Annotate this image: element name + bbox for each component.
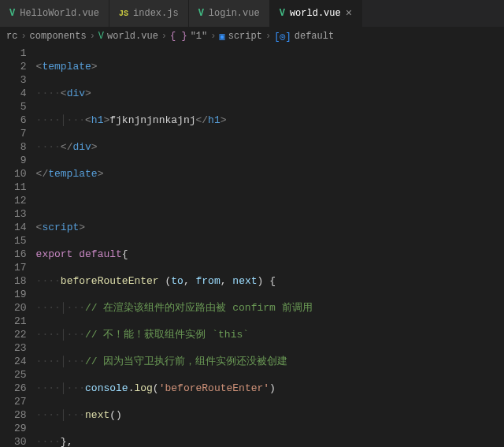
code-line: ····}, xyxy=(36,435,504,447)
line-number: 28 xyxy=(14,408,27,422)
bracket-icon: [◎] xyxy=(274,31,291,43)
chevron-right-icon: › xyxy=(20,31,26,42)
line-number: 2 xyxy=(14,60,27,73)
code-line: ····</div> xyxy=(36,140,504,154)
chevron-right-icon: › xyxy=(265,31,271,42)
line-number: 8 xyxy=(14,140,27,154)
vue-icon: V xyxy=(98,31,104,42)
code-line: <template> xyxy=(36,60,504,73)
vue-icon: V xyxy=(9,8,15,19)
line-number: 30 xyxy=(14,435,27,447)
line-number: 25 xyxy=(14,368,27,382)
code-line: ····│···// 在渲染该组件的对应路由被 confirm 前调用 xyxy=(36,301,504,315)
breadcrumb-seg: rc xyxy=(6,31,17,42)
breadcrumb-seg: "1" xyxy=(191,31,208,42)
code-editor[interactable]: 1 2 3 4 5 6 7 8 9 10 11 12 13 14 15 16 1… xyxy=(0,45,504,447)
line-number: 13 xyxy=(14,207,27,221)
line-number: 15 xyxy=(14,234,27,248)
line-number: 19 xyxy=(14,288,27,301)
line-number: 7 xyxy=(14,127,27,140)
js-icon: JS xyxy=(119,9,128,18)
line-number: 29 xyxy=(14,422,27,435)
code-line xyxy=(36,194,504,207)
line-number: 11 xyxy=(14,181,27,194)
tab-label: HelloWorld.vue xyxy=(20,8,99,19)
code-line: <script> xyxy=(36,221,504,234)
line-number: 27 xyxy=(14,395,27,408)
tab-indexjs[interactable]: JS index.js xyxy=(109,0,189,27)
line-number: 24 xyxy=(14,355,27,368)
line-number: 22 xyxy=(14,328,27,341)
line-number: 12 xyxy=(14,194,27,207)
close-icon[interactable]: × xyxy=(346,7,352,20)
code-line: export default{ xyxy=(36,248,504,261)
code-area[interactable]: <template> ····<div> ····│···<h1>fjknjnj… xyxy=(36,45,504,447)
line-number: 21 xyxy=(14,315,27,328)
line-gutter: 1 2 3 4 5 6 7 8 9 10 11 12 13 14 15 16 1… xyxy=(0,45,36,447)
code-line: ····│···<h1>fjknjnjnnkajnj</h1> xyxy=(36,114,504,127)
line-number: 23 xyxy=(14,341,27,355)
breadcrumb[interactable]: rc › components › V world.vue › { } "1" … xyxy=(0,28,504,45)
chevron-right-icon: › xyxy=(210,31,216,42)
line-number: 10 xyxy=(14,167,27,181)
box-icon: ▣ xyxy=(219,31,224,43)
line-number: 20 xyxy=(14,301,27,315)
code-line: </template> xyxy=(36,167,504,181)
line-number: 16 xyxy=(14,248,27,261)
tab-login[interactable]: V login.vue xyxy=(189,0,270,27)
line-number: 14 xyxy=(14,221,27,234)
tab-helloworld[interactable]: V HelloWorld.vue xyxy=(0,0,109,27)
breadcrumb-seg: world.vue xyxy=(107,31,158,42)
tab-label: index.js xyxy=(133,8,179,19)
brace-icon: { } xyxy=(170,31,187,42)
line-number: 17 xyxy=(14,261,27,274)
code-line: ····│···next() xyxy=(36,408,504,422)
breadcrumb-seg: components xyxy=(30,31,87,42)
line-number: 26 xyxy=(14,382,27,395)
code-line: ····│···// 不！能！获取组件实例 `this` xyxy=(36,328,504,341)
chevron-right-icon: › xyxy=(90,31,95,42)
line-number: 6 xyxy=(14,114,27,127)
vue-icon: V xyxy=(280,8,285,19)
tab-world[interactable]: V world.vue × xyxy=(270,0,362,27)
line-number: 5 xyxy=(14,100,27,114)
vue-icon: V xyxy=(198,8,204,19)
code-line: ····│···console.log('beforeRouteEnter') xyxy=(36,382,504,395)
line-number: 1 xyxy=(14,47,27,60)
line-number: 3 xyxy=(14,73,27,87)
line-number: 18 xyxy=(14,274,27,288)
line-number: 9 xyxy=(14,154,27,167)
tab-label: login.vue xyxy=(209,8,260,19)
tab-bar: V HelloWorld.vue JS index.js V login.vue… xyxy=(0,0,504,28)
breadcrumb-seg: script xyxy=(228,31,262,42)
code-line: ····<div> xyxy=(36,87,504,100)
chevron-right-icon: › xyxy=(161,31,167,42)
code-line: ····│···// 因为当守卫执行前，组件实例还没被创建 xyxy=(36,355,504,368)
code-line: ····beforeRouteEnter (to, from, next) { xyxy=(36,274,504,288)
tab-label: world.vue xyxy=(290,8,341,19)
line-number: 4 xyxy=(14,87,27,100)
breadcrumb-seg: default xyxy=(295,31,334,42)
